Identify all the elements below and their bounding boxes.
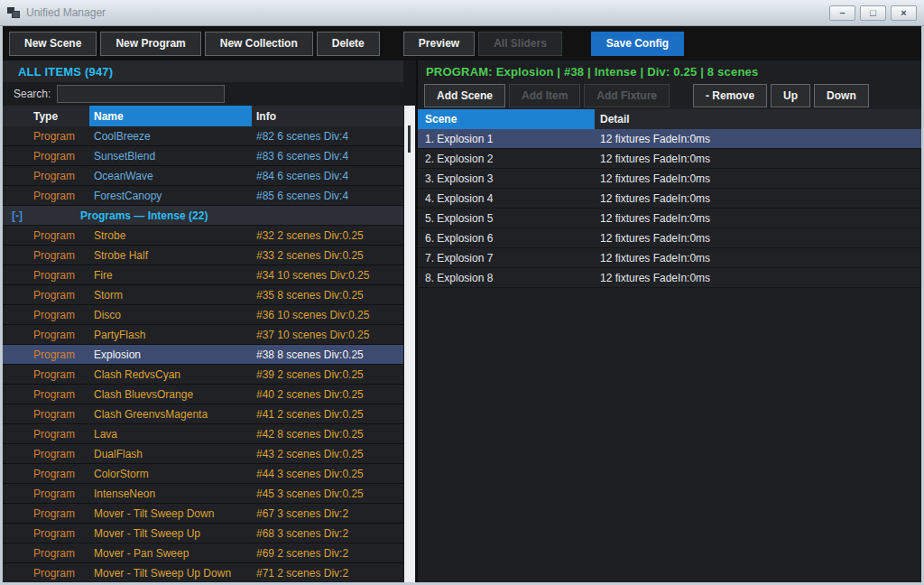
scene-row[interactable]: 8. Explosion 812 fixtures FadeIn:0ms [418, 268, 921, 288]
table-row[interactable]: ProgramFire#34 10 scenes Div:0.25 [3, 265, 403, 285]
item-type: Program [3, 348, 89, 361]
maximize-button[interactable]: □ [860, 5, 886, 21]
item-name: IntenseNeon [89, 488, 252, 500]
items-table-header: Type Name Info [3, 106, 403, 126]
scene-detail: 12 fixtures FadeIn:0ms [595, 133, 921, 145]
down-button[interactable]: Down [814, 84, 869, 107]
item-info: #42 8 scenes Div:0.25 [252, 428, 403, 441]
scene-detail: 12 fixtures FadeIn:0ms [595, 272, 921, 284]
item-name: Clash GreenvsMagenta [89, 408, 252, 421]
item-info: #85 6 scenes Div:4 [252, 190, 403, 202]
table-row[interactable]: ProgramStrobe Half#33 2 scenes Div:0.25 [3, 246, 403, 265]
new-collection-button[interactable]: New Collection [205, 32, 313, 56]
table-row[interactable]: ProgramMover - Tilt Sweep Down#67 3 scen… [3, 504, 403, 524]
preview-button[interactable]: Preview [403, 32, 475, 56]
item-name: Mover - Tilt Sweep Up Down [89, 567, 252, 580]
scene-row[interactable]: 3. Explosion 312 fixtures FadeIn:0ms [418, 169, 921, 189]
left-scrollbar[interactable] [403, 60, 416, 582]
items-table-body: ProgramCoolBreeze#82 6 scenes Div:4Progr… [3, 126, 403, 582]
table-row[interactable]: ProgramDisco#36 10 scenes Div:0.25 [3, 305, 403, 325]
search-input[interactable] [57, 85, 225, 103]
maximize-icon: □ [870, 7, 876, 18]
item-type: Program [3, 567, 89, 580]
table-row[interactable]: ProgramStrobe#32 2 scenes Div:0.25 [3, 226, 403, 246]
scene-detail: 12 fixtures FadeIn:0ms [595, 212, 921, 225]
item-name: Clash BluevsOrange [89, 388, 252, 401]
column-header-detail[interactable]: Detail [595, 113, 921, 125]
item-name: Fire [89, 269, 252, 282]
scene-name: 5. Explosion 5 [418, 212, 595, 225]
scrollbar-thumb[interactable] [408, 125, 411, 153]
item-type: Program [3, 229, 89, 242]
item-info: #43 2 scenes Div:0.25 [252, 448, 403, 460]
item-name: Mover - Pan Sweep [89, 547, 252, 560]
table-row[interactable]: ProgramMover - Tilt Sweep Up#68 3 scenes… [3, 524, 403, 543]
table-row[interactable]: ProgramClash GreenvsMagenta#41 2 scenes … [3, 404, 403, 424]
item-type: Program [3, 428, 89, 441]
item-info: #84 6 scenes Div:4 [252, 170, 403, 182]
table-row[interactable]: ProgramClash RedvsCyan#39 2 scenes Div:0… [3, 365, 403, 385]
table-row[interactable]: ProgramPartyFlash#37 10 scenes Div:0.25 [3, 325, 403, 345]
table-row[interactable]: ProgramClash BluevsOrange#40 2 scenes Di… [3, 385, 403, 404]
item-info: #40 2 scenes Div:0.25 [252, 388, 403, 401]
app-icon [7, 7, 20, 18]
item-info: #71 2 scenes Div:2 [252, 567, 403, 580]
item-type: Program [3, 170, 89, 182]
table-row[interactable]: ProgramDualFlash#43 2 scenes Div:0.25 [3, 444, 403, 464]
table-row[interactable]: ProgramMover - Tilt Sweep Up Down#71 2 s… [3, 563, 403, 582]
search-row: Search: [3, 82, 403, 106]
item-type: Program [3, 468, 89, 480]
item-name: ForestCanopy [89, 190, 252, 202]
save-config-button[interactable]: Save Config [591, 32, 684, 56]
item-name: CoolBreeze [89, 130, 252, 143]
scene-row[interactable]: 7. Explosion 712 fixtures FadeIn:0ms [418, 248, 921, 268]
scene-row-selected[interactable]: 1. Explosion 112 fixtures FadeIn:0ms [418, 129, 921, 149]
window-content: New Scene New Program New Collection Del… [3, 26, 921, 582]
new-program-button[interactable]: New Program [100, 32, 200, 56]
item-name: Lava [89, 428, 252, 441]
group-header-row[interactable]: [-]Programs — Intense (22) [3, 206, 403, 226]
table-row[interactable]: ProgramMover - Pan Sweep#69 2 scenes Div… [3, 543, 403, 563]
scene-row[interactable]: 6. Explosion 612 fixtures FadeIn:0ms [418, 228, 921, 248]
table-row[interactable]: ProgramIntenseNeon#45 3 scenes Div:0.25 [3, 484, 403, 504]
item-type: Program [3, 150, 89, 162]
add-scene-button[interactable]: Add Scene [424, 84, 505, 107]
table-row[interactable]: ProgramOceanWave#84 6 scenes Div:4 [3, 166, 403, 186]
column-header-type[interactable]: Type [3, 110, 89, 123]
scene-row[interactable]: 2. Explosion 212 fixtures FadeIn:0ms [418, 149, 921, 169]
scene-detail: 12 fixtures FadeIn:0ms [595, 252, 921, 265]
item-type: Program [3, 249, 89, 262]
column-header-scene[interactable]: Scene [418, 109, 595, 129]
item-type: Program [3, 448, 89, 460]
table-row[interactable]: ProgramColorStorm#44 3 scenes Div:0.25 [3, 464, 403, 484]
item-info: #39 2 scenes Div:0.25 [252, 368, 403, 381]
close-button[interactable]: × [891, 5, 917, 21]
remove-button[interactable]: - Remove [693, 84, 767, 107]
table-row[interactable]: ProgramForestCanopy#85 6 scenes Div:4 [3, 186, 403, 206]
delete-button[interactable]: Delete [317, 32, 380, 56]
column-header-info[interactable]: Info [252, 110, 403, 123]
minimize-button[interactable]: – [829, 5, 855, 21]
item-name: Storm [89, 289, 252, 302]
table-row[interactable]: ProgramCoolBreeze#82 6 scenes Div:4 [3, 126, 403, 146]
new-scene-button[interactable]: New Scene [9, 32, 97, 56]
up-button[interactable]: Up [771, 84, 810, 107]
table-row[interactable]: ProgramLava#42 8 scenes Div:0.25 [3, 424, 403, 444]
item-name: PartyFlash [89, 329, 252, 341]
item-name: Mover - Tilt Sweep Down [89, 507, 252, 520]
scene-name: 2. Explosion 2 [418, 153, 595, 165]
item-info: #68 3 scenes Div:2 [252, 527, 403, 540]
scrollbar-track[interactable] [404, 106, 415, 582]
table-row[interactable]: ProgramStorm#35 8 scenes Div:0.25 [3, 285, 403, 305]
scene-name: 7. Explosion 7 [418, 252, 595, 265]
table-row-selected[interactable]: ProgramExplosion#38 8 scenes Div:0.25 [3, 345, 403, 365]
item-name: Explosion [89, 348, 252, 361]
item-type: Program [3, 408, 89, 421]
scene-detail: 12 fixtures FadeIn:0ms [595, 172, 921, 185]
scene-row[interactable]: 5. Explosion 512 fixtures FadeIn:0ms [418, 209, 921, 228]
column-header-name[interactable]: Name [89, 106, 252, 126]
item-info: #82 6 scenes Div:4 [252, 130, 403, 143]
scene-row[interactable]: 4. Explosion 412 fixtures FadeIn:0ms [418, 189, 921, 209]
table-row[interactable]: ProgramSunsetBlend#83 6 scenes Div:4 [3, 146, 403, 166]
scenes-table-header: Scene Detail [418, 109, 921, 129]
